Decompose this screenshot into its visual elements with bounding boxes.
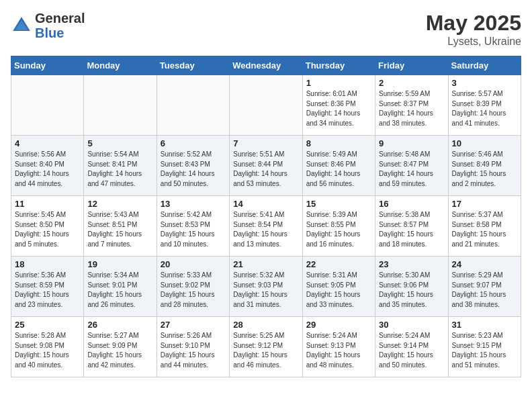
day-info: Sunrise: 5:48 AM Sunset: 8:47 PM Dayligh…	[379, 150, 444, 189]
calendar-cell	[11, 75, 84, 136]
calendar-week-row: 4Sunrise: 5:56 AM Sunset: 8:40 PM Daylig…	[11, 136, 521, 196]
column-header-sunday: Sunday	[11, 56, 84, 75]
column-header-tuesday: Tuesday	[157, 56, 229, 75]
day-info: Sunrise: 5:52 AM Sunset: 8:43 PM Dayligh…	[161, 150, 226, 189]
day-info: Sunrise: 5:31 AM Sunset: 9:05 PM Dayligh…	[306, 271, 371, 310]
column-header-thursday: Thursday	[302, 56, 375, 75]
day-number: 20	[161, 259, 226, 269]
calendar-cell: 30Sunrise: 5:24 AM Sunset: 9:14 PM Dayli…	[375, 317, 448, 377]
day-info: Sunrise: 5:27 AM Sunset: 9:09 PM Dayligh…	[87, 331, 152, 370]
day-info: Sunrise: 5:24 AM Sunset: 9:14 PM Dayligh…	[379, 331, 444, 370]
day-number: 7	[233, 138, 298, 148]
day-info: Sunrise: 5:51 AM Sunset: 8:44 PM Dayligh…	[233, 150, 298, 189]
calendar-header-row: SundayMondayTuesdayWednesdayThursdayFrid…	[11, 56, 521, 75]
day-info: Sunrise: 5:38 AM Sunset: 8:57 PM Dayligh…	[379, 210, 444, 249]
day-info: Sunrise: 5:25 AM Sunset: 9:12 PM Dayligh…	[233, 331, 298, 370]
day-number: 30	[379, 320, 444, 330]
day-number: 28	[233, 320, 298, 330]
day-number: 5	[87, 138, 152, 148]
location-subtitle: Lysets, Ukraine	[426, 36, 521, 48]
calendar-cell: 19Sunrise: 5:34 AM Sunset: 9:01 PM Dayli…	[84, 257, 157, 317]
calendar-week-row: 11Sunrise: 5:45 AM Sunset: 8:50 PM Dayli…	[11, 196, 521, 257]
calendar-cell: 6Sunrise: 5:52 AM Sunset: 8:43 PM Daylig…	[157, 136, 229, 196]
day-number: 6	[161, 138, 226, 148]
calendar-cell: 25Sunrise: 5:28 AM Sunset: 9:08 PM Dayli…	[11, 317, 84, 377]
day-number: 19	[87, 259, 152, 269]
day-info: Sunrise: 5:29 AM Sunset: 9:07 PM Dayligh…	[452, 271, 517, 310]
logo-blue-text: Blue	[35, 26, 64, 40]
calendar-table: SundayMondayTuesdayWednesdayThursdayFrid…	[11, 56, 521, 377]
day-number: 11	[15, 199, 80, 209]
day-number: 9	[379, 138, 444, 148]
calendar-cell: 7Sunrise: 5:51 AM Sunset: 8:44 PM Daylig…	[230, 136, 302, 196]
calendar-cell: 12Sunrise: 5:43 AM Sunset: 8:51 PM Dayli…	[84, 196, 157, 257]
day-info: Sunrise: 5:39 AM Sunset: 8:55 PM Dayligh…	[306, 210, 371, 249]
day-number: 22	[306, 259, 371, 269]
calendar-cell: 16Sunrise: 5:38 AM Sunset: 8:57 PM Dayli…	[375, 196, 448, 257]
day-info: Sunrise: 5:59 AM Sunset: 8:37 PM Dayligh…	[379, 89, 444, 128]
calendar-cell: 2Sunrise: 5:59 AM Sunset: 8:37 PM Daylig…	[375, 75, 448, 136]
calendar-cell: 3Sunrise: 5:57 AM Sunset: 8:39 PM Daylig…	[448, 75, 521, 136]
day-info: Sunrise: 5:42 AM Sunset: 8:53 PM Dayligh…	[161, 210, 226, 249]
day-info: Sunrise: 5:54 AM Sunset: 8:41 PM Dayligh…	[87, 150, 152, 189]
calendar-cell	[230, 75, 302, 136]
day-number: 21	[233, 259, 298, 269]
calendar-cell: 4Sunrise: 5:56 AM Sunset: 8:40 PM Daylig…	[11, 136, 84, 196]
calendar-cell: 14Sunrise: 5:41 AM Sunset: 8:54 PM Dayli…	[230, 196, 302, 257]
day-info: Sunrise: 5:37 AM Sunset: 8:58 PM Dayligh…	[452, 210, 517, 249]
calendar-cell: 28Sunrise: 5:25 AM Sunset: 9:12 PM Dayli…	[230, 317, 302, 377]
day-number: 16	[379, 199, 444, 209]
logo-general-text: General	[35, 11, 85, 26]
day-info: Sunrise: 5:46 AM Sunset: 8:49 PM Dayligh…	[452, 150, 517, 189]
day-number: 29	[306, 320, 371, 330]
day-info: Sunrise: 5:41 AM Sunset: 8:54 PM Dayligh…	[233, 210, 298, 249]
day-number: 12	[87, 199, 152, 209]
calendar-cell: 11Sunrise: 5:45 AM Sunset: 8:50 PM Dayli…	[11, 196, 84, 257]
day-number: 4	[15, 138, 80, 148]
calendar-week-row: 18Sunrise: 5:36 AM Sunset: 8:59 PM Dayli…	[11, 257, 521, 317]
calendar-cell: 15Sunrise: 5:39 AM Sunset: 8:55 PM Dayli…	[302, 196, 375, 257]
calendar-cell: 8Sunrise: 5:49 AM Sunset: 8:46 PM Daylig…	[302, 136, 375, 196]
day-number: 18	[15, 259, 80, 269]
day-info: Sunrise: 5:33 AM Sunset: 9:02 PM Dayligh…	[161, 271, 226, 310]
day-number: 1	[306, 78, 371, 88]
column-header-wednesday: Wednesday	[230, 56, 302, 75]
column-header-monday: Monday	[84, 56, 157, 75]
day-number: 26	[87, 320, 152, 330]
day-number: 10	[452, 138, 517, 148]
day-info: Sunrise: 5:36 AM Sunset: 8:59 PM Dayligh…	[15, 271, 80, 310]
calendar-cell: 31Sunrise: 5:23 AM Sunset: 9:15 PM Dayli…	[448, 317, 521, 377]
calendar-cell: 5Sunrise: 5:54 AM Sunset: 8:41 PM Daylig…	[84, 136, 157, 196]
day-info: Sunrise: 5:34 AM Sunset: 9:01 PM Dayligh…	[87, 271, 152, 310]
day-info: Sunrise: 5:45 AM Sunset: 8:50 PM Dayligh…	[15, 210, 80, 249]
day-info: Sunrise: 5:49 AM Sunset: 8:46 PM Dayligh…	[306, 150, 371, 189]
calendar-cell	[84, 75, 157, 136]
page-header: General Blue May 2025 Lysets, Ukraine	[11, 11, 521, 48]
calendar-cell: 24Sunrise: 5:29 AM Sunset: 9:07 PM Dayli…	[448, 257, 521, 317]
calendar-cell: 21Sunrise: 5:32 AM Sunset: 9:03 PM Dayli…	[230, 257, 302, 317]
calendar-cell: 17Sunrise: 5:37 AM Sunset: 8:58 PM Dayli…	[448, 196, 521, 257]
day-info: Sunrise: 5:26 AM Sunset: 9:10 PM Dayligh…	[161, 331, 226, 370]
month-title: May 2025	[426, 11, 521, 36]
column-header-friday: Friday	[375, 56, 448, 75]
column-header-saturday: Saturday	[448, 56, 521, 75]
calendar-cell: 1Sunrise: 6:01 AM Sunset: 8:36 PM Daylig…	[302, 75, 375, 136]
calendar-cell: 23Sunrise: 5:30 AM Sunset: 9:06 PM Dayli…	[375, 257, 448, 317]
calendar-cell	[157, 75, 229, 136]
day-info: Sunrise: 5:57 AM Sunset: 8:39 PM Dayligh…	[452, 89, 517, 128]
calendar-week-row: 1Sunrise: 6:01 AM Sunset: 8:36 PM Daylig…	[11, 75, 521, 136]
logo-icon	[11, 15, 32, 36]
day-number: 31	[452, 320, 517, 330]
day-info: Sunrise: 5:30 AM Sunset: 9:06 PM Dayligh…	[379, 271, 444, 310]
day-number: 8	[306, 138, 371, 148]
day-info: Sunrise: 5:28 AM Sunset: 9:08 PM Dayligh…	[15, 331, 80, 370]
calendar-cell: 10Sunrise: 5:46 AM Sunset: 8:49 PM Dayli…	[448, 136, 521, 196]
day-number: 17	[452, 199, 517, 209]
day-number: 14	[233, 199, 298, 209]
day-number: 13	[161, 199, 226, 209]
day-info: Sunrise: 5:43 AM Sunset: 8:51 PM Dayligh…	[87, 210, 152, 249]
day-info: Sunrise: 5:24 AM Sunset: 9:13 PM Dayligh…	[306, 331, 371, 370]
calendar-cell: 20Sunrise: 5:33 AM Sunset: 9:02 PM Dayli…	[157, 257, 229, 317]
day-number: 2	[379, 78, 444, 88]
calendar-cell: 13Sunrise: 5:42 AM Sunset: 8:53 PM Dayli…	[157, 196, 229, 257]
